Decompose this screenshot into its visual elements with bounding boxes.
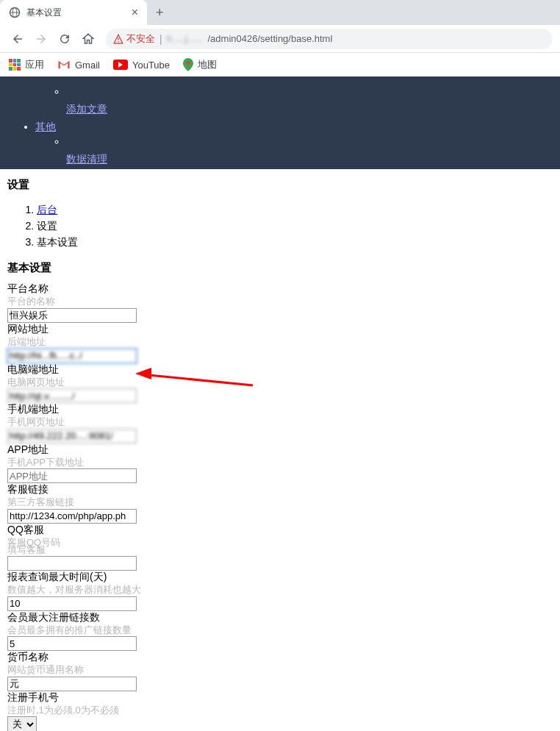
max-reg-links-label: 会员最大注册链接数: [7, 611, 553, 624]
report-days-input[interactable]: [7, 596, 137, 611]
url-path: /admin0426/setting/base.html: [208, 33, 333, 44]
site-url-input[interactable]: [7, 349, 137, 363]
nav-bullet: [66, 84, 560, 101]
close-tab-icon[interactable]: ×: [132, 6, 138, 19]
breadcrumb-backend[interactable]: 后台: [37, 204, 57, 215]
reg-phone-select[interactable]: 关: [7, 716, 37, 732]
app-url-input[interactable]: [7, 468, 137, 483]
app-url-hint: 手机APP下载地址: [7, 456, 553, 469]
mobile-url-label: 手机端地址: [7, 403, 553, 416]
maps-icon: [183, 58, 193, 71]
platform-name-input[interactable]: [7, 308, 137, 323]
url-bar[interactable]: 不安全 | h.....j...... /admin0426/setting/b…: [106, 29, 553, 49]
qq-cs-label: QQ客服: [7, 524, 553, 537]
section-heading: 基本设置: [7, 261, 553, 275]
qq-cs-input[interactable]: [7, 556, 137, 571]
insecure-badge: 不安全: [113, 32, 155, 46]
browser-tab-bar: 基本设置 × +: [0, 0, 560, 25]
cs-link-label: 客服链接: [7, 483, 553, 496]
nav-link-other[interactable]: 其他: [35, 121, 56, 132]
admin-sidebar-nav: 添加文章 其他 数据清理: [0, 76, 560, 169]
active-tab[interactable]: 基本设置 ×: [0, 0, 147, 25]
apps-bookmark[interactable]: 应用: [9, 58, 44, 71]
gmail-icon: [57, 60, 71, 70]
platform-name-label: 平台名称: [7, 282, 553, 296]
svg-point-4: [118, 40, 118, 41]
mobile-url-input[interactable]: [7, 429, 137, 443]
youtube-icon: [113, 60, 128, 70]
cs-link-hint: 第三方客服链接: [7, 496, 553, 509]
report-days-hint: 数值越大，对服务器消耗也越大: [7, 583, 553, 596]
breadcrumb-settings: 设置: [37, 218, 553, 235]
pc-url-hint: 电脑网页地址: [7, 376, 553, 389]
url-host: h.....j......: [167, 33, 204, 44]
site-url-hint: 后端地址: [7, 335, 553, 349]
currency-hint: 网站货币通用名称: [7, 663, 553, 677]
page-title: 设置: [7, 178, 553, 192]
site-url-label: 网站地址: [7, 323, 553, 336]
report-days-label: 报表查询最大时间(天): [7, 571, 553, 584]
new-tab-button[interactable]: +: [147, 5, 173, 21]
app-url-label: APP地址: [7, 443, 553, 457]
qq-cs-hint2: 填写客服: [7, 543, 553, 557]
currency-input[interactable]: [7, 677, 137, 691]
breadcrumb: 后台 设置 基本设置: [7, 202, 553, 251]
platform-name-hint: 平台的名称: [7, 295, 553, 308]
svg-point-5: [187, 62, 190, 65]
page-content: 设置 后台 设置 基本设置 基本设置 平台名称 平台的名称 网站地址 后端地址 …: [0, 169, 560, 731]
max-reg-links-input[interactable]: [7, 636, 137, 651]
pc-url-label: 电脑端地址: [7, 363, 553, 377]
max-reg-links-hint: 会员最多拥有的推广链接数量: [7, 624, 553, 637]
back-button[interactable]: [7, 29, 28, 49]
reg-phone-hint: 注册时,1为必须,0为不必须: [7, 704, 553, 717]
forward-button[interactable]: [31, 29, 51, 49]
nav-link-add-article[interactable]: 添加文章: [66, 103, 107, 115]
reload-button[interactable]: [54, 29, 75, 49]
bookmarks-bar: 应用 Gmail YouTube 地图: [0, 53, 560, 76]
maps-bookmark[interactable]: 地图: [183, 58, 217, 71]
nav-link-data-clean[interactable]: 数据清理: [66, 153, 107, 165]
reg-phone-label: 注册手机号: [7, 691, 553, 705]
home-button[interactable]: [78, 29, 98, 49]
tab-title: 基本设置: [26, 7, 126, 19]
gmail-bookmark[interactable]: Gmail: [57, 60, 100, 71]
cs-link-input[interactable]: [7, 509, 137, 524]
breadcrumb-basic: 基本设置: [37, 235, 553, 251]
currency-label: 货币名称: [7, 651, 553, 664]
youtube-bookmark[interactable]: YouTube: [113, 60, 170, 71]
browser-nav-bar: 不安全 | h.....j...... /admin0426/setting/b…: [0, 25, 560, 53]
apps-icon: [9, 59, 21, 71]
url-separator: |: [159, 33, 162, 45]
nav-bullet: [66, 134, 560, 151]
pc-url-input[interactable]: [7, 388, 137, 403]
mobile-url-hint: 手机网页地址: [7, 416, 553, 429]
globe-icon: [9, 7, 21, 18]
